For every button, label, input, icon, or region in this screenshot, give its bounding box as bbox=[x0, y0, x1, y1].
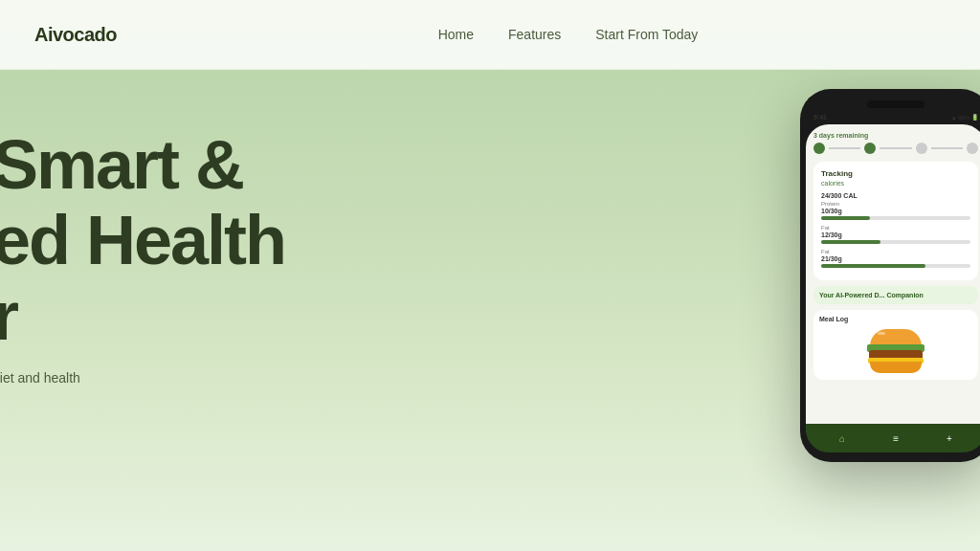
status-icons: ▲ WiFi 🔋 bbox=[951, 114, 978, 121]
dot-2 bbox=[864, 143, 876, 154]
bottom-nav-home-icon[interactable]: ⌂ bbox=[839, 433, 845, 444]
hero-title-line2: ed Health bbox=[0, 203, 285, 278]
phone-header-label: 3 days remaining bbox=[813, 132, 978, 139]
burger-graphic bbox=[867, 329, 924, 372]
dot-1 bbox=[813, 143, 825, 154]
carb-label: Fat bbox=[821, 249, 970, 254]
tracking-section: Tracking calories 24/300 CAL Protein 10/… bbox=[813, 162, 978, 280]
fat-bar-bg bbox=[821, 240, 970, 244]
fat-bar-fill bbox=[821, 240, 880, 244]
phone-bottom-nav: ⌂ ≡ + bbox=[806, 424, 980, 452]
bottom-nav-add-icon[interactable]: + bbox=[947, 433, 952, 444]
nav-link-features[interactable]: Features bbox=[508, 27, 561, 42]
hero-section: Smart & ed Health r diet and health 9:41… bbox=[0, 70, 980, 551]
phone-screen: 3 days remaining Tracking calories 24/30… bbox=[806, 124, 980, 450]
ai-companion-section: Your AI-Powered D... Companion bbox=[813, 286, 978, 304]
protein-bar-fill bbox=[821, 216, 870, 220]
protein-row: Protein 10/30g bbox=[821, 201, 970, 220]
nav-link-start[interactable]: Start From Today bbox=[595, 27, 698, 42]
burger-illustration bbox=[819, 326, 972, 374]
bottom-nav-stats-icon[interactable]: ≡ bbox=[893, 433, 899, 444]
progress-dots bbox=[813, 143, 978, 154]
hero-title-line1: Smart & bbox=[0, 127, 285, 203]
phone-body: 9:41 ▲ WiFi 🔋 3 days remaining Tra bbox=[800, 89, 980, 462]
nav-link-home[interactable]: Home bbox=[438, 27, 474, 42]
protein-value: 10/30g bbox=[821, 208, 970, 214]
bun-top bbox=[870, 329, 922, 346]
dot-4 bbox=[967, 143, 978, 154]
tracking-title: Tracking bbox=[821, 169, 970, 178]
carb-value: 21/30g bbox=[821, 255, 970, 262]
carb-row: Fat 21/30g bbox=[821, 249, 970, 268]
carb-bar-fill bbox=[821, 264, 925, 268]
ai-companion-title: Your AI-Powered D... Companion bbox=[819, 292, 972, 298]
bun-bottom bbox=[870, 362, 922, 373]
hero-text: Smart & ed Health r diet and health bbox=[0, 127, 285, 386]
protein-bar-bg bbox=[821, 216, 970, 220]
hero-title-line3: r bbox=[0, 278, 285, 354]
hero-subtitle: diet and health bbox=[0, 370, 285, 386]
protein-label: Protein bbox=[821, 201, 970, 207]
navbar: Aivocado Home Features Start From Today bbox=[0, 0, 980, 70]
dot-line-1 bbox=[829, 147, 860, 149]
calories-value: 24/300 CAL bbox=[821, 192, 970, 199]
phone-notch bbox=[867, 100, 924, 108]
logo[interactable]: Aivocado bbox=[34, 24, 117, 46]
hero-title: Smart & ed Health r bbox=[0, 127, 285, 355]
carb-bar-bg bbox=[821, 264, 970, 268]
phone-mockup: 9:41 ▲ WiFi 🔋 3 days remaining Tra bbox=[800, 89, 980, 462]
dot-line-2 bbox=[880, 147, 911, 149]
phone-status-bar: 9:41 ▲ WiFi 🔋 bbox=[806, 114, 980, 121]
meal-log-section: Meal Log bbox=[813, 310, 978, 380]
fat-row: Fat 12/30g bbox=[821, 225, 970, 244]
dot-3 bbox=[916, 143, 927, 154]
fat-label: Fat bbox=[821, 225, 970, 231]
tracking-subtitle: calories bbox=[821, 180, 970, 187]
fat-value: 12/30g bbox=[821, 231, 970, 238]
nav-links: Home Features Start From Today bbox=[438, 27, 699, 42]
status-time: 9:41 bbox=[813, 114, 827, 121]
meal-log-title: Meal Log bbox=[819, 316, 972, 322]
dot-line-3 bbox=[931, 147, 963, 149]
